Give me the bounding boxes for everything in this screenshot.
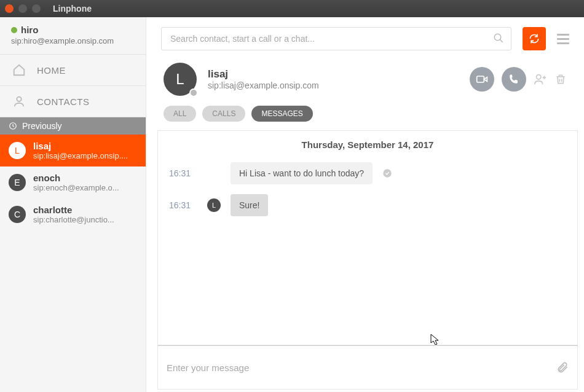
video-call-button[interactable] xyxy=(470,67,494,92)
phone-icon xyxy=(508,74,519,85)
tab-calls[interactable]: CALLS xyxy=(202,106,245,122)
svg-point-5 xyxy=(383,169,391,177)
home-icon xyxy=(12,63,26,77)
trash-icon[interactable] xyxy=(554,73,567,85)
search-icon xyxy=(493,33,504,44)
contact-name: enoch xyxy=(33,173,119,183)
message-avatar: L xyxy=(207,198,221,212)
contacts-icon xyxy=(12,95,26,108)
message-avatar-spacer xyxy=(207,167,221,180)
add-contact-icon[interactable] xyxy=(534,73,547,86)
contact-sip: sip:charlotte@junctio... xyxy=(33,215,114,224)
chat-contact-sip: sip:lisaj@example.onsip.com xyxy=(208,80,319,90)
current-user-name: hiro xyxy=(21,25,38,35)
contact-sip: sip:lisaj@example.onsip.... xyxy=(33,151,128,160)
window-titlebar: Linphone xyxy=(0,0,584,17)
delivered-check-icon xyxy=(382,168,392,178)
status-dot-icon xyxy=(189,88,198,97)
window-minimize-button[interactable] xyxy=(18,4,27,13)
paperclip-icon[interactable] xyxy=(556,361,569,374)
svg-rect-3 xyxy=(477,76,484,82)
sync-button[interactable] xyxy=(523,27,546,50)
svg-point-4 xyxy=(537,75,541,79)
chat-tabs: ALL CALLS MESSAGES xyxy=(146,106,584,130)
svg-point-2 xyxy=(494,34,501,41)
avatar: L xyxy=(9,142,26,159)
section-previously[interactable]: Previously xyxy=(0,117,146,135)
current-user-block[interactable]: hiro sip:hiro@example.onsip.com xyxy=(0,17,146,54)
sidebar: hiro sip:hiro@example.onsip.com HOME CON… xyxy=(0,17,146,392)
presence-indicator-icon xyxy=(11,27,17,33)
avatar: C xyxy=(9,206,26,223)
message-row: 16:31 L Sure! xyxy=(169,194,566,216)
nav-home[interactable]: HOME xyxy=(0,54,146,86)
message-bubble: Sure! xyxy=(231,194,268,216)
tab-all[interactable]: ALL xyxy=(164,106,196,122)
message-bubble: Hi Lisa - want to do lunch today? xyxy=(231,162,373,184)
section-previously-label: Previously xyxy=(22,121,62,131)
contact-sip: sip:enoch@example.o... xyxy=(33,183,119,192)
svg-point-0 xyxy=(17,97,21,101)
main-panel: L lisaj sip:lisaj@example.onsip.com ALL … xyxy=(146,17,584,392)
chat-header: L lisaj sip:lisaj@example.onsip.com xyxy=(146,60,584,106)
window-title: Linphone xyxy=(53,4,92,14)
contact-row-charlotte[interactable]: C charlotte sip:charlotte@junctio... xyxy=(0,198,146,230)
contact-name: lisaj xyxy=(33,141,128,151)
menu-button[interactable] xyxy=(557,34,569,44)
current-user-sip: sip:hiro@example.onsip.com xyxy=(11,36,135,45)
message-row: 16:31 Hi Lisa - want to do lunch today? xyxy=(169,162,566,184)
avatar: E xyxy=(9,174,26,191)
sync-icon xyxy=(528,33,540,45)
contact-row-lisaj[interactable]: L lisaj sip:lisaj@example.onsip.... xyxy=(0,135,146,167)
contact-name: charlotte xyxy=(33,205,114,215)
nav-home-label: HOME xyxy=(37,65,66,76)
chat-avatar-initial: L xyxy=(176,71,184,88)
tab-messages[interactable]: MESSAGES xyxy=(251,106,312,122)
message-time: 16:31 xyxy=(169,168,197,178)
clock-icon xyxy=(9,122,17,130)
message-time: 16:31 xyxy=(169,200,197,210)
chat-contact-name: lisaj xyxy=(208,68,319,80)
message-composer xyxy=(157,345,578,390)
messages-area[interactable]: Thursday, September 14, 2017 16:31 Hi Li… xyxy=(157,130,578,345)
topbar xyxy=(146,17,584,60)
search-input[interactable] xyxy=(161,27,511,50)
mouse-cursor-icon xyxy=(430,334,440,345)
contact-row-enoch[interactable]: E enoch sip:enoch@example.o... xyxy=(0,167,146,198)
audio-call-button[interactable] xyxy=(502,67,526,92)
nav-contacts[interactable]: CONTACTS xyxy=(0,86,146,117)
video-icon xyxy=(476,73,488,85)
messages-date-header: Thursday, September 14, 2017 xyxy=(169,139,566,150)
message-input[interactable] xyxy=(167,346,556,389)
window-maximize-button[interactable] xyxy=(32,4,41,13)
window-close-button[interactable] xyxy=(5,4,14,13)
chat-avatar: L xyxy=(164,63,197,96)
nav-contacts-label: CONTACTS xyxy=(37,96,89,107)
